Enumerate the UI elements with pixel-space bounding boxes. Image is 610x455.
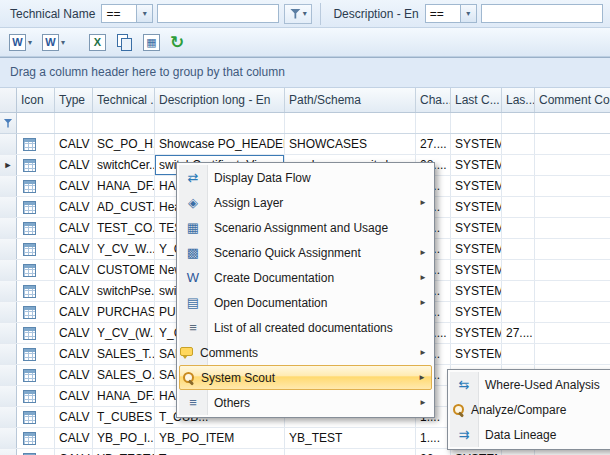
filter-cell-last-c[interactable] bbox=[451, 113, 502, 133]
cell-technical[interactable]: YB_TESTOK... bbox=[93, 449, 155, 455]
cell-technical[interactable]: SC_PO_H... bbox=[93, 134, 155, 154]
cell-las[interactable] bbox=[502, 134, 535, 154]
column-header-icon[interactable]: Icon bbox=[17, 88, 55, 112]
technical-name-filter-input[interactable] bbox=[157, 4, 279, 23]
menu-item-others[interactable]: ≡Others► bbox=[179, 390, 432, 415]
cell-las[interactable] bbox=[502, 176, 535, 196]
description-en-filter-input[interactable] bbox=[481, 4, 603, 23]
filter-cell-cha[interactable] bbox=[416, 113, 451, 133]
cell-icon[interactable] bbox=[17, 155, 55, 175]
cell-cha[interactable]: 27.... bbox=[416, 134, 451, 154]
row-indicator[interactable] bbox=[0, 344, 17, 364]
cell-last_c[interactable]: SYSTEM bbox=[451, 302, 502, 322]
column-header-las[interactable]: Las... bbox=[502, 88, 535, 112]
cell-last_c[interactable]: SYSTEM bbox=[451, 155, 502, 175]
filter-cell-technical[interactable] bbox=[93, 113, 155, 133]
cell-technical[interactable]: SALES_O... bbox=[93, 365, 155, 385]
cell-type[interactable]: CALV bbox=[55, 134, 93, 154]
cell-icon[interactable] bbox=[17, 428, 55, 448]
cell-icon[interactable] bbox=[17, 176, 55, 196]
row-indicator[interactable] bbox=[0, 302, 17, 322]
cell-comment[interactable] bbox=[535, 176, 610, 196]
menu-item-comments[interactable]: Comments► bbox=[179, 340, 432, 365]
cell-last_c[interactable]: SYSTEM bbox=[451, 197, 502, 217]
cell-last_c[interactable]: SYSTEM bbox=[451, 323, 502, 343]
cell-last_c[interactable]: SYSTEM bbox=[451, 260, 502, 280]
cell-description[interactable]: YB_PO_ITEM bbox=[155, 428, 285, 448]
cell-type[interactable]: CALV bbox=[55, 386, 93, 406]
row-indicator[interactable] bbox=[0, 260, 17, 280]
cell-technical[interactable]: AD_CUST... bbox=[93, 197, 155, 217]
row-indicator[interactable] bbox=[0, 134, 17, 154]
cell-last_c[interactable]: SYSTEM bbox=[451, 239, 502, 259]
description-en-operator-select[interactable]: == ▾ bbox=[425, 4, 477, 23]
row-indicator[interactable] bbox=[0, 281, 17, 301]
column-header-comment-com[interactable]: Comment Com... bbox=[535, 88, 610, 112]
cell-las[interactable] bbox=[502, 260, 535, 280]
cell-type[interactable]: CALV bbox=[55, 365, 93, 385]
cell-type[interactable]: CALV bbox=[55, 407, 93, 427]
cell-technical[interactable]: T_CUBES bbox=[93, 407, 155, 427]
menu-item-analyze-compare[interactable]: Analyze/Compare bbox=[450, 397, 610, 422]
cell-comment[interactable] bbox=[535, 239, 610, 259]
cell-technical[interactable]: CUSTOME... bbox=[93, 260, 155, 280]
menu-item-list-of-all-created-documentations[interactable]: ≡List of all created documentations bbox=[179, 315, 432, 340]
row-indicator[interactable] bbox=[0, 365, 17, 385]
cell-comment[interactable] bbox=[535, 197, 610, 217]
technical-name-operator-select[interactable]: == ▾ bbox=[101, 4, 153, 23]
cell-technical[interactable]: switchCer... bbox=[93, 155, 155, 175]
cell-comment[interactable] bbox=[535, 344, 610, 364]
filter-cell-path-schema[interactable] bbox=[285, 113, 416, 133]
cell-comment[interactable] bbox=[535, 281, 610, 301]
filter-cell-description-long-en[interactable] bbox=[155, 113, 285, 133]
cell-technical[interactable]: HANA_DF... bbox=[93, 386, 155, 406]
cell-technical[interactable]: switchPse... bbox=[93, 281, 155, 301]
cell-last_c[interactable]: SYSTEM bbox=[451, 281, 502, 301]
row-indicator-header[interactable] bbox=[0, 88, 17, 112]
cell-comment[interactable] bbox=[535, 302, 610, 322]
filter-cell-comment-com[interactable] bbox=[535, 113, 610, 133]
cell-type[interactable]: CALV bbox=[55, 344, 93, 364]
row-indicator[interactable] bbox=[0, 176, 17, 196]
cell-las[interactable] bbox=[502, 155, 535, 175]
column-header-technical[interactable]: Technical ... bbox=[93, 88, 155, 112]
cell-path[interactable]: YB_TEST bbox=[285, 428, 416, 448]
cell-icon[interactable] bbox=[17, 260, 55, 280]
cell-type[interactable]: CALV bbox=[55, 449, 93, 455]
row-indicator[interactable] bbox=[0, 218, 17, 238]
row-indicator[interactable]: ► bbox=[0, 155, 17, 175]
cell-icon[interactable] bbox=[17, 197, 55, 217]
menu-item-create-documentation[interactable]: WCreate Documentation► bbox=[179, 265, 432, 290]
cell-type[interactable]: CALV bbox=[55, 239, 93, 259]
cell-las[interactable] bbox=[502, 302, 535, 322]
excel-export-button[interactable]: X bbox=[87, 32, 108, 53]
cell-type[interactable]: CALV bbox=[55, 218, 93, 238]
cell-last_c[interactable]: SYSTEM bbox=[451, 344, 502, 364]
cell-las[interactable]: 27.... bbox=[502, 323, 535, 343]
column-header-path-schema[interactable]: Path/Schema bbox=[285, 88, 416, 112]
chevron-down-icon[interactable]: ▾ bbox=[136, 5, 152, 22]
column-header-description-long-en[interactable]: Description long - En bbox=[155, 88, 285, 112]
cell-technical[interactable]: SALES_T... bbox=[93, 344, 155, 364]
cell-technical[interactable]: HANA_DF... bbox=[93, 176, 155, 196]
chevron-down-icon[interactable]: ▾ bbox=[28, 38, 32, 47]
menu-item-scenario-assignment-and-usage[interactable]: ▦Scenario Assignment and Usage bbox=[179, 215, 432, 240]
word-documentation-button[interactable]: W▾ bbox=[7, 32, 34, 53]
row-indicator[interactable] bbox=[0, 428, 17, 448]
column-header-last-c[interactable]: Last C... bbox=[451, 88, 502, 112]
row-indicator[interactable] bbox=[0, 449, 17, 455]
cell-comment[interactable] bbox=[535, 218, 610, 238]
cell-technical[interactable]: Y_CV_(W... bbox=[93, 323, 155, 343]
cell-type[interactable]: CALV bbox=[55, 323, 93, 343]
cell-las[interactable] bbox=[502, 281, 535, 301]
filter-cell-icon[interactable] bbox=[17, 113, 55, 133]
cell-icon[interactable] bbox=[17, 323, 55, 343]
cell-icon[interactable] bbox=[17, 302, 55, 322]
cell-comment[interactable] bbox=[535, 155, 610, 175]
cell-type[interactable]: CALV bbox=[55, 302, 93, 322]
cell-type[interactable]: CALV bbox=[55, 176, 93, 196]
refresh-button[interactable]: ↻ bbox=[168, 32, 186, 53]
row-indicator[interactable] bbox=[0, 197, 17, 217]
cell-description[interactable]: T... bbox=[155, 449, 285, 455]
row-indicator[interactable] bbox=[0, 239, 17, 259]
